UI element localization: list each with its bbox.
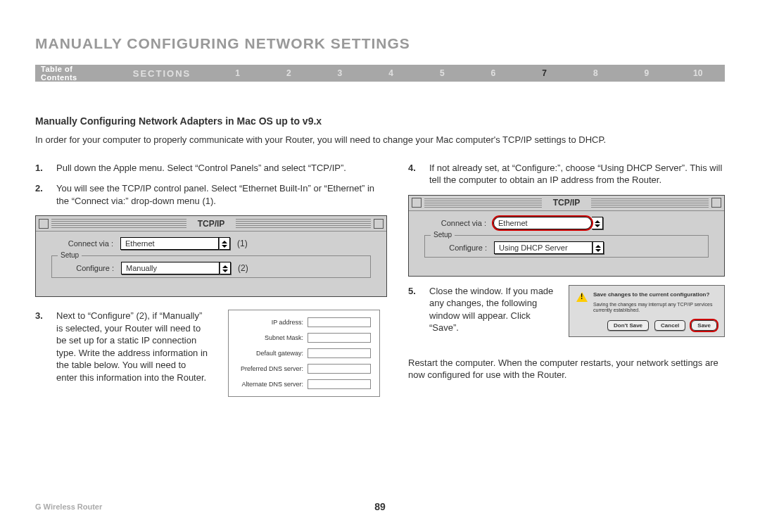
save-dialog-sub: Saving the changes may interrupt any TCP… xyxy=(593,302,717,314)
step-5: 5. Close the window. If you made any cha… xyxy=(408,285,555,334)
intro-text: In order for your computer to properly c… xyxy=(35,134,725,146)
tcpip-window-1: TCP/IP Connect via : Ethernet (1) Setup xyxy=(35,215,387,297)
dont-save-button[interactable]: Don't Save xyxy=(607,320,649,331)
restart-text: Restart the computer. When the computer … xyxy=(408,357,725,381)
step-2: 2. You will see the TCP/IP control panel… xyxy=(35,182,380,207)
section-10[interactable]: 10 xyxy=(672,68,723,78)
section-7[interactable]: 7 xyxy=(519,68,570,78)
section-2[interactable]: 2 xyxy=(263,68,315,78)
subnet-mask-label: Subnet Mask: xyxy=(237,334,308,341)
subnet-mask-field[interactable] xyxy=(308,333,371,343)
connect-via-select-2[interactable]: Ethernet xyxy=(493,217,592,229)
save-dialog-heading: Save changes to the current configuratio… xyxy=(593,291,717,298)
step-2-num: 2. xyxy=(35,182,49,207)
section-5[interactable]: 5 xyxy=(417,68,468,78)
step-4-text: If not already set, at “Configure:”, cho… xyxy=(429,162,725,186)
page-number: 89 xyxy=(374,501,386,512)
setup-legend-1: Setup xyxy=(58,251,82,259)
callout-1: (1) xyxy=(237,239,248,248)
step-4-num: 4. xyxy=(408,162,422,186)
step-3-text: Next to “Configure” (2), if “Manually” i… xyxy=(56,310,208,384)
section-3[interactable]: 3 xyxy=(315,68,366,78)
window-close-icon[interactable] xyxy=(39,219,49,229)
step-1-text: Pull down the Apple menu. Select “Contro… xyxy=(56,162,380,175)
ip-address-field[interactable] xyxy=(308,317,371,327)
default-gateway-field[interactable] xyxy=(308,348,371,358)
step-3-num: 3. xyxy=(35,310,49,384)
configure-select-1[interactable]: Manually xyxy=(121,262,220,274)
tcpip-title-1: TCP/IP xyxy=(186,219,236,229)
window-zoom-icon[interactable] xyxy=(374,219,384,229)
subheading: Manually Configuring Network Adapters in… xyxy=(35,115,725,127)
dropdown-caret-icon[interactable] xyxy=(592,217,603,229)
step-4: 4. If not already set, at “Configure:”, … xyxy=(408,162,725,186)
connect-via-label-2: Connect via : xyxy=(416,219,493,227)
callout-2: (2) xyxy=(238,263,248,273)
tcpip-window-2: TCP/IP Connect via : Ethernet Setup Co xyxy=(408,195,725,277)
alternate-dns-label: Alternate DNS server: xyxy=(237,381,308,388)
default-gateway-label: Default gateway: xyxy=(237,350,308,357)
section-6[interactable]: 6 xyxy=(468,68,519,78)
connect-via-label-1: Connect via : xyxy=(43,239,120,248)
section-nav: Table of Contents SECTIONS 1 2 3 4 5 6 7… xyxy=(35,65,725,82)
setup-legend-2: Setup xyxy=(431,231,455,239)
preferred-dns-label: Preferred DNS server: xyxy=(237,365,308,372)
step-2-text: You will see the TCP/IP control panel. S… xyxy=(56,182,380,207)
dropdown-caret-icon[interactable] xyxy=(220,262,231,274)
ip-address-label: IP address: xyxy=(237,319,308,326)
warning-icon xyxy=(576,291,588,303)
step-3: 3. Next to “Configure” (2), if “Manually… xyxy=(35,310,208,384)
preferred-dns-field[interactable] xyxy=(308,364,371,374)
window-zoom-icon[interactable] xyxy=(711,198,721,208)
page-title: Manually Configuring Network Settings xyxy=(35,35,725,52)
ip-fields-table: IP address: Subnet Mask: Default gateway… xyxy=(228,310,380,397)
dropdown-caret-icon[interactable] xyxy=(219,237,230,250)
dropdown-caret-icon[interactable] xyxy=(593,241,604,254)
step-1-num: 1. xyxy=(35,162,49,175)
section-8[interactable]: 8 xyxy=(570,68,621,78)
product-name: G Wireless Router xyxy=(35,502,102,511)
cancel-button[interactable]: Cancel xyxy=(654,320,685,331)
sections-label: SECTIONS xyxy=(118,68,212,79)
toc-link[interactable]: Table of Contents xyxy=(37,65,118,82)
configure-label-2: Configure : xyxy=(425,243,494,252)
step-5-num: 5. xyxy=(408,285,422,334)
step-1: 1. Pull down the Apple menu. Select “Con… xyxy=(35,162,380,175)
save-dialog: Save changes to the current configuratio… xyxy=(569,285,725,338)
step-5-text: Close the window. If you made any change… xyxy=(429,285,555,334)
section-9[interactable]: 9 xyxy=(621,68,673,78)
save-button[interactable]: Save xyxy=(691,320,717,331)
section-4[interactable]: 4 xyxy=(365,68,417,78)
tcpip-title-2: TCP/IP xyxy=(542,198,592,208)
configure-label-1: Configure : xyxy=(52,264,121,272)
configure-select-2[interactable]: Using DHCP Server xyxy=(494,241,593,254)
alternate-dns-field[interactable] xyxy=(308,379,371,389)
section-1[interactable]: 1 xyxy=(212,68,263,78)
window-close-icon[interactable] xyxy=(412,198,422,208)
connect-via-select-1[interactable]: Ethernet xyxy=(120,237,219,250)
